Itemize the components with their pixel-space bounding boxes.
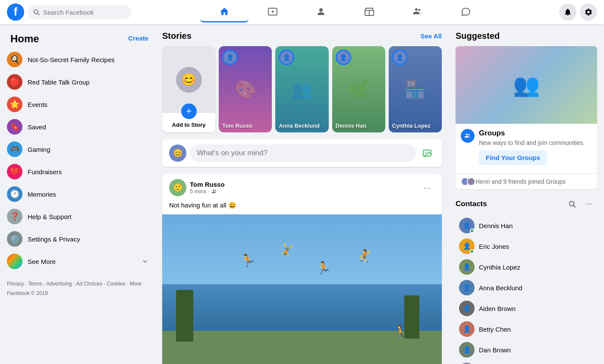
composer-row: 😊 xyxy=(169,144,435,162)
post-input[interactable] xyxy=(190,144,416,162)
post-avatar: 🙂 xyxy=(169,179,186,196)
add-story-top: 😊 + xyxy=(162,46,215,113)
story-card-anna-becklund[interactable]: 👤 👥 Anna Becklund xyxy=(275,46,328,132)
center-feed: Stories See All 😊 + Add to Story 👤 xyxy=(155,24,449,364)
post-header: 🙂 Tom Russo 5 mins · ··· xyxy=(162,174,442,196)
svg-point-20 xyxy=(589,204,590,204)
contact-avatar-dan-brown: 👤 xyxy=(459,342,475,358)
contacts-more-button[interactable] xyxy=(582,196,597,212)
logo[interactable]: f xyxy=(7,3,24,21)
stories-header: Stories See All xyxy=(162,31,442,41)
sidebar-item-memories[interactable]: 🕐 Memories xyxy=(3,183,152,205)
composer-avatar: 😊 xyxy=(169,144,186,162)
lake-scene: 🏃 🤸 🏃 🤾 🚶 xyxy=(162,214,442,364)
stories-title: Stories xyxy=(162,31,192,41)
sidebar-item-icon: 🔖 xyxy=(7,119,22,135)
story-label-dennis-han: Dennis Han xyxy=(336,122,367,129)
suggested-title: Suggested xyxy=(456,31,597,41)
post-meta: 5 mins · xyxy=(190,188,225,195)
contact-avatar-eric-jones: 👤 xyxy=(459,238,475,254)
contacts-search-button[interactable] xyxy=(564,196,580,212)
svg-point-10 xyxy=(418,9,421,11)
nav-groups-button[interactable] xyxy=(393,2,442,22)
story-card-tom-russo[interactable]: 👤 🎨 Tom Russo xyxy=(219,46,272,132)
sidebar-item-events[interactable]: ⭐ Events xyxy=(3,93,152,116)
contact-item-anna-becklund[interactable]: 👤 Anna Becklund xyxy=(456,277,597,298)
contact-item-henri-cook[interactable]: 👤 Henri Cook xyxy=(456,360,597,364)
footer-copyright: Facebook © 2019 xyxy=(7,290,48,296)
sidebar-item-red-table-talk[interactable]: 🔴 Red Table Talk Group xyxy=(3,71,152,93)
settings-button[interactable] xyxy=(580,3,597,21)
nav-messenger-button[interactable] xyxy=(442,2,490,22)
contact-item-aiden-brown[interactable]: 👤 Aiden Brown xyxy=(456,298,597,319)
nav-watch-button[interactable] xyxy=(249,2,297,22)
sidebar-item-family-recipes[interactable]: 🍳 Not-So-Secret Family Recipes xyxy=(3,48,152,71)
post-author-info: Tom Russo 5 mins · xyxy=(190,181,225,195)
add-story-card[interactable]: 😊 + Add to Story xyxy=(162,46,215,132)
sidebar-item-gaming[interactable]: 🎮 Gaming xyxy=(3,138,152,160)
sidebar-footer: Privacy · Terms · Advertising · Ad Choic… xyxy=(3,273,152,301)
sidebar-item-see-more[interactable]: See More xyxy=(3,250,152,273)
nav-marketplace-button[interactable] xyxy=(345,2,393,22)
add-story-plus-icon: + xyxy=(181,104,197,119)
story-card-dennis-han[interactable]: 👤 🌿 Dennis Han xyxy=(332,46,385,132)
contact-item-dennis-han[interactable]: 👤 Dennis Han xyxy=(456,215,597,236)
footer-advertising-link[interactable]: Advertising xyxy=(46,281,72,287)
nav-home-button[interactable] xyxy=(200,2,249,22)
footer-adchoices-link[interactable]: Ad Choices xyxy=(76,281,102,287)
create-button[interactable]: Create xyxy=(128,35,148,42)
sidebar-item-settings-privacy[interactable]: ⚙️ Settings & Privacy xyxy=(3,228,152,250)
sidebar-item-icon: ⚙️ xyxy=(7,231,22,247)
post-author-name[interactable]: Tom Russo xyxy=(190,181,225,188)
search-input[interactable] xyxy=(43,9,126,16)
nav-profile-button[interactable] xyxy=(297,2,345,22)
lake-sky xyxy=(162,214,442,284)
sidebar-item-saved[interactable]: 🔖 Saved xyxy=(3,116,152,138)
contact-avatar-anna-becklund: 👤 xyxy=(459,280,475,295)
right-sidebar: Suggested 👥 Groups New ways to find and … xyxy=(449,24,604,364)
svg-point-13 xyxy=(213,189,214,191)
suggested-card-image: 👥 xyxy=(456,46,597,124)
post-more-button[interactable]: ··· xyxy=(419,180,435,195)
friends-icon xyxy=(211,188,217,195)
stories-see-all[interactable]: See All xyxy=(421,32,442,40)
svg-point-21 xyxy=(591,204,592,204)
sidebar-item-label: Memories xyxy=(28,191,56,198)
contact-item-eric-jones[interactable]: 👤 Eric Jones xyxy=(456,236,597,257)
contact-avatar-dennis-han: 👤 xyxy=(459,218,475,233)
sidebar-item-label: Fundraisers xyxy=(28,168,62,176)
page-title: Home xyxy=(7,29,43,47)
stories-section: Stories See All 😊 + Add to Story 👤 xyxy=(162,31,442,132)
photo-video-button[interactable] xyxy=(419,145,435,161)
story-card-cynthia-lopez[interactable]: 👤 🏪 Cynthia Lopez xyxy=(389,46,442,132)
footer-cookies-link[interactable]: Cookies xyxy=(107,281,125,287)
contact-name-eric-jones: Eric Jones xyxy=(479,243,509,250)
contact-item-cynthia-lopez[interactable]: 👤 Cynthia Lopez xyxy=(456,257,597,277)
sidebar-item-fundraisers[interactable]: ❤️ Fundraisers xyxy=(3,160,152,183)
suggested-groups-card: 👥 Groups New ways to find and join commu… xyxy=(456,46,597,189)
top-navigation: f xyxy=(0,0,604,24)
jumper-4: 🤾 xyxy=(355,247,373,264)
search-bar[interactable] xyxy=(28,5,131,19)
chevron-down-icon xyxy=(142,258,148,265)
footer-terms-link[interactable]: Terms xyxy=(28,281,42,287)
contact-item-dan-brown[interactable]: 👤 Dan Brown xyxy=(456,339,597,360)
nav-right xyxy=(559,3,597,21)
contact-item-betty-chen[interactable]: 👤 Betty Chen xyxy=(456,319,597,339)
find-groups-button[interactable]: Find Your Groups xyxy=(479,151,547,165)
post-text: Not having fun at all 😄 xyxy=(162,196,442,214)
contact-avatar-cynthia-lopez: 👤 xyxy=(459,259,475,275)
notifications-button[interactable] xyxy=(559,3,576,21)
sidebar-item-help-support[interactable]: ❓ Help & Support xyxy=(3,205,152,228)
sidebar-item-icon xyxy=(7,254,22,269)
suggested-card-info: Groups New ways to find and join communi… xyxy=(479,129,585,166)
sidebar-item-label: Not-So-Secret Family Recipes xyxy=(28,56,115,63)
svg-point-16 xyxy=(468,134,469,135)
footer-privacy-link[interactable]: Privacy xyxy=(7,281,24,287)
sidebar-item-icon: ❤️ xyxy=(7,164,22,179)
footer-more-link[interactable]: More xyxy=(130,281,142,287)
contact-name-dan-brown: Dan Brown xyxy=(479,346,511,354)
sidebar-item-icon: ❓ xyxy=(7,209,22,224)
groups-card-description: New ways to find and join communities. xyxy=(479,139,585,146)
sidebar-item-label: Events xyxy=(28,101,47,108)
